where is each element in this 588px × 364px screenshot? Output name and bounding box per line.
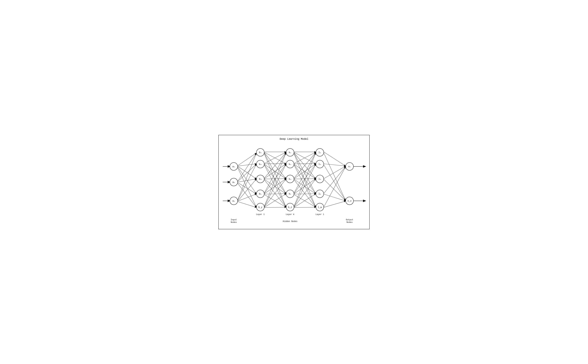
- svg-line-73: [324, 153, 345, 200]
- svg-line-3: [238, 153, 256, 166]
- svg-line-38: [264, 153, 286, 206]
- svg-text:Nodes: Nodes: [231, 221, 237, 223]
- svg-line-9: [238, 164, 256, 182]
- svg-text:lₖ: lₖ: [319, 193, 321, 195]
- svg-text:Input: Input: [231, 219, 237, 221]
- svg-line-6: [238, 167, 256, 193]
- svg-line-22: [264, 154, 286, 207]
- svg-text:k₃: k₃: [289, 178, 292, 180]
- svg-line-26: [264, 164, 286, 194]
- svg-line-33: [264, 153, 286, 193]
- svg-line-37: [264, 195, 286, 207]
- svg-text:b₃: b₃: [259, 178, 262, 180]
- svg-line-63: [294, 153, 316, 206]
- svg-text:a₁: a₁: [232, 165, 235, 168]
- svg-line-76: [324, 194, 345, 201]
- svg-text:kₖ: kₖ: [289, 193, 292, 195]
- svg-line-49: [294, 163, 316, 164]
- svg-line-67: [294, 207, 316, 208]
- svg-text:b_y: b_y: [258, 206, 262, 208]
- svg-text:n_v: n_v: [347, 200, 352, 202]
- svg-line-68: [324, 152, 345, 166]
- svg-line-47: [294, 154, 316, 207]
- svg-line-11: [238, 182, 256, 194]
- svg-line-46: [294, 153, 316, 193]
- svg-text:Layer 1: Layer 1: [256, 213, 265, 215]
- svg-text:Output: Output: [346, 219, 353, 221]
- svg-text:Nodes: Nodes: [347, 221, 353, 223]
- svg-text:k_z: k_z: [288, 206, 292, 208]
- svg-line-42: [264, 207, 286, 208]
- svg-line-61: [294, 194, 316, 194]
- svg-line-4: [238, 164, 256, 166]
- svg-text:l₂: l₂: [319, 163, 321, 165]
- svg-line-12: [237, 183, 256, 207]
- svg-text:Layer k: Layer k: [286, 213, 294, 215]
- svg-text:b₂: b₂: [259, 163, 262, 165]
- diagram-container: Deep Learning Model: [218, 135, 370, 229]
- svg-line-21: [264, 153, 286, 193]
- svg-line-10: [238, 179, 256, 182]
- svg-text:l_w: l_w: [318, 206, 322, 208]
- svg-text:nₖ: nₖ: [348, 165, 351, 168]
- svg-line-13: [238, 154, 256, 200]
- svg-text:Layer l: Layer l: [316, 213, 324, 215]
- svg-line-71: [324, 167, 345, 193]
- svg-text:k₁: k₁: [289, 151, 292, 154]
- svg-text:l₃: l₃: [319, 178, 321, 180]
- svg-line-17: [237, 202, 256, 208]
- svg-text:Hidden Nodes: Hidden Nodes: [283, 220, 297, 222]
- svg-text:aₓ: aₓ: [232, 200, 235, 202]
- svg-line-62: [294, 195, 316, 207]
- svg-text:aₖ: aₖ: [232, 181, 235, 183]
- svg-text:bₖ: bₖ: [259, 193, 262, 195]
- svg-line-58: [294, 153, 316, 193]
- svg-line-24: [264, 163, 286, 164]
- svg-line-77: [324, 201, 345, 208]
- svg-line-51: [294, 164, 316, 194]
- svg-line-69: [324, 164, 345, 166]
- svg-line-70: [324, 166, 345, 178]
- svg-text:b₁: b₁: [259, 151, 262, 154]
- svg-text:l₁: l₁: [319, 151, 321, 154]
- svg-text:k₂: k₂: [289, 163, 292, 165]
- svg-line-36: [264, 194, 286, 194]
- svg-line-72: [324, 167, 345, 207]
